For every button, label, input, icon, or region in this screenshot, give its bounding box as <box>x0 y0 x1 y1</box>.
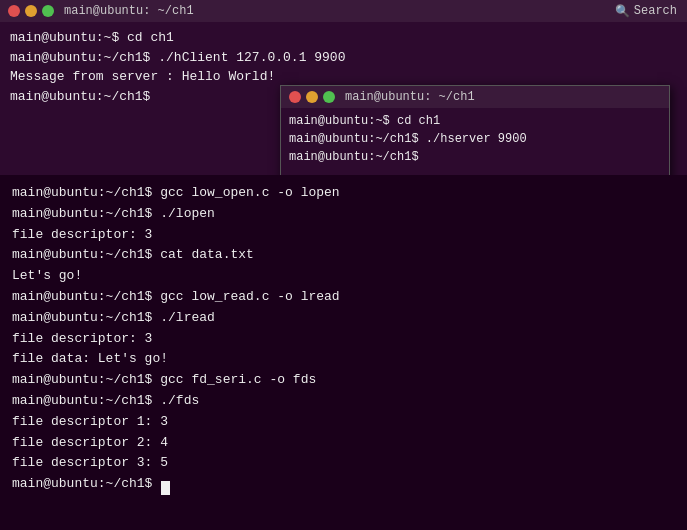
line-1: main@ubuntu:~$ cd ch1 <box>10 28 677 48</box>
prompt-text: main@ubuntu:~/ch1$ <box>12 476 160 491</box>
fg-maximize-button[interactable] <box>323 91 335 103</box>
top-terminal-titlebar: main@ubuntu: ~/ch1 🔍 Search <box>0 0 687 22</box>
main-line-9: file data: Let's go! <box>12 349 675 370</box>
main-line-5: Let's go! <box>12 266 675 287</box>
main-line-2: main@ubuntu:~/ch1$ ./lopen <box>12 204 675 225</box>
fg-line-2: main@ubuntu:~/ch1$ ./hserver 9900 <box>289 130 661 148</box>
terminal-cursor <box>161 481 170 495</box>
main-line-7: main@ubuntu:~/ch1$ ./lread <box>12 308 675 329</box>
fg-traffic-lights[interactable] <box>289 91 335 103</box>
search-area[interactable]: 🔍 Search <box>605 0 687 22</box>
fg-terminal-content: main@ubuntu:~$ cd ch1 main@ubuntu:~/ch1$… <box>281 108 669 170</box>
main-line-13: file descriptor 2: 4 <box>12 433 675 454</box>
fg-close-button[interactable] <box>289 91 301 103</box>
fg-line-3: main@ubuntu:~/ch1$ <box>289 148 661 166</box>
line-2: main@ubuntu:~/ch1$ ./hClient 127.0.0.1 9… <box>10 48 677 68</box>
main-line-14: file descriptor 3: 5 <box>12 453 675 474</box>
fg-terminal-title: main@ubuntu: ~/ch1 <box>345 90 475 104</box>
main-line-12: file descriptor 1: 3 <box>12 412 675 433</box>
main-line-11: main@ubuntu:~/ch1$ ./fds <box>12 391 675 412</box>
main-line-8: file descriptor: 3 <box>12 329 675 350</box>
main-line-4: main@ubuntu:~/ch1$ cat data.txt <box>12 245 675 266</box>
close-button[interactable] <box>8 5 20 17</box>
minimize-button[interactable] <box>25 5 37 17</box>
traffic-lights[interactable] <box>8 5 54 17</box>
fg-terminal-titlebar: main@ubuntu: ~/ch1 <box>281 86 669 108</box>
search-label: Search <box>634 4 677 18</box>
top-terminal-title: main@ubuntu: ~/ch1 <box>64 4 194 18</box>
main-line-15[interactable]: main@ubuntu:~/ch1$ <box>12 474 675 495</box>
main-terminal: main@ubuntu:~/ch1$ gcc low_open.c -o lop… <box>0 175 687 530</box>
search-icon: 🔍 <box>615 4 630 19</box>
main-line-10: main@ubuntu:~/ch1$ gcc fd_seri.c -o fds <box>12 370 675 391</box>
main-line-1: main@ubuntu:~/ch1$ gcc low_open.c -o lop… <box>12 183 675 204</box>
maximize-button[interactable] <box>42 5 54 17</box>
fg-line-1: main@ubuntu:~$ cd ch1 <box>289 112 661 130</box>
fg-minimize-button[interactable] <box>306 91 318 103</box>
main-line-6: main@ubuntu:~/ch1$ gcc low_read.c -o lre… <box>12 287 675 308</box>
main-line-3: file descriptor: 3 <box>12 225 675 246</box>
line-3: Message from server : Hello World! <box>10 67 677 87</box>
